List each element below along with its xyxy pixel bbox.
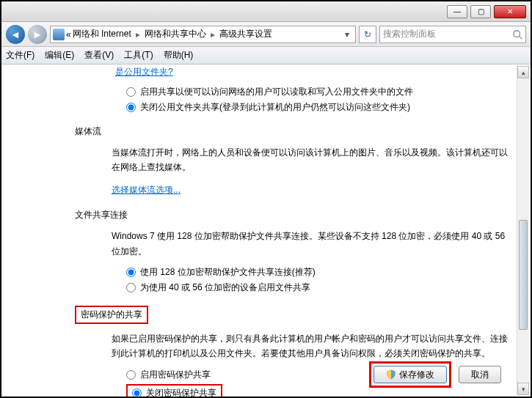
close-button[interactable]: ✕ (494, 5, 526, 18)
navigation-bar: ◄ ► « 网络和 Internet ▸ 网络和共享中心 ▸ 高级共享设置 ▾ … (1, 22, 531, 47)
chevron-right-icon[interactable]: ▸ (208, 29, 218, 40)
radio-label: 关闭密码保护共享 (146, 387, 216, 397)
radio-input[interactable] (126, 87, 136, 97)
svg-line-1 (520, 36, 522, 39)
shield-icon (386, 369, 396, 380)
menu-tools[interactable]: 工具(T) (124, 49, 153, 62)
section-password-heading: 密码保护的共享 (75, 306, 514, 324)
bc-seg-network[interactable]: 网络和 Internet (73, 28, 131, 40)
radio-input[interactable] (126, 370, 136, 380)
save-button[interactable]: 保存修改 (374, 366, 447, 383)
radio-label: 启用共享以便可以访问网络的用户可以读取和写入公用文件夹中的文件 (140, 86, 413, 98)
bc-prefix: « (66, 29, 71, 40)
highlight-annotation: 保存修改 (369, 361, 451, 388)
dialog-buttons: 保存修改 取消 (369, 361, 501, 388)
section-fileshare-heading: 文件共享连接 (75, 209, 514, 221)
radio-label: 关闭公用文件夹共享(登录到此计算机的用户仍然可以访问这些文件夹) (140, 101, 410, 114)
search-placeholder: 搜索控制面板 (383, 28, 436, 40)
button-label: 取消 (471, 369, 489, 381)
menu-edit[interactable]: 编辑(E) (45, 49, 74, 62)
minimize-button[interactable]: — (447, 5, 467, 18)
media-options-link[interactable]: 选择媒体流选项... (112, 185, 181, 195)
back-button[interactable]: ◄ (6, 25, 25, 44)
public-folder-link[interactable]: 是公用文件夹? (115, 67, 173, 77)
radio-encrypt-128[interactable]: 使用 128 位加密帮助保护文件共享连接(推荐) (126, 266, 514, 279)
menu-bar: 文件(F) 编辑(E) 查看(V) 工具(T) 帮助(H) (1, 47, 531, 65)
vertical-scrollbar[interactable]: ▴ ▾ (517, 66, 529, 395)
window-titlebar: — ▢ ✕ (1, 1, 531, 22)
search-icon (512, 29, 522, 40)
radio-public-disable[interactable]: 关闭公用文件夹共享(登录到此计算机的用户仍然可以访问这些文件夹) (126, 101, 514, 114)
media-description: 当媒体流打开时，网络上的人员和设备便可以访问该计算机上的图片、音乐以及视频。该计… (112, 145, 514, 175)
section-media-heading: 媒体流 (75, 125, 514, 138)
search-input[interactable]: 搜索控制面板 (379, 26, 526, 43)
bc-seg-sharing-center[interactable]: 网络和共享中心 (145, 28, 206, 40)
radio-input[interactable] (126, 268, 136, 277)
scroll-thumb[interactable] (519, 220, 528, 330)
radio-public-enable[interactable]: 启用共享以便可以访问网络的用户可以读取和写入公用文件夹中的文件 (126, 86, 514, 98)
forward-button[interactable]: ► (28, 25, 47, 44)
radio-label: 启用密码保护共享 (140, 369, 211, 381)
maximize-button[interactable]: ▢ (470, 5, 491, 18)
menu-file[interactable]: 文件(F) (6, 49, 34, 62)
scroll-up-button[interactable]: ▴ (517, 66, 529, 78)
breadcrumb[interactable]: « 网络和 Internet ▸ 网络和共享中心 ▸ 高级共享设置 ▾ (50, 26, 356, 43)
chevron-right-icon[interactable]: ▸ (133, 29, 143, 40)
menu-view[interactable]: 查看(V) (84, 49, 114, 62)
password-description: 如果已启用密码保护的共享，则只有具备此计算机的用户帐户和密码的用户才可以访问共享… (112, 331, 514, 361)
button-label: 保存修改 (399, 369, 434, 381)
highlight-annotation: 密码保护的共享 (75, 306, 148, 324)
fileshare-description: Windows 7 使用 128 位加密帮助保护文件共享连接。某些设备不支持 1… (112, 229, 514, 259)
scroll-down-button[interactable]: ▾ (517, 383, 529, 395)
breadcrumb-dropdown-icon[interactable]: ▾ (341, 29, 353, 40)
refresh-button[interactable]: ↻ (359, 26, 376, 43)
location-icon (53, 29, 65, 40)
bc-seg-advanced[interactable]: 高级共享设置 (219, 28, 272, 40)
radio-input[interactable] (132, 388, 142, 397)
radio-input[interactable] (126, 103, 136, 112)
radio-label: 使用 128 位加密帮助保护文件共享连接(推荐) (140, 266, 316, 279)
radio-password-disable[interactable]: 关闭密码保护共享 (132, 387, 216, 397)
radio-label: 为使用 40 或 56 位加密的设备启用文件共享 (140, 281, 310, 294)
highlight-annotation: 关闭密码保护共享 (126, 384, 222, 397)
content-pane: 是公用文件夹? 启用共享以便可以访问网络的用户可以读取和写入公用文件夹中的文件 … (1, 66, 531, 397)
radio-encrypt-40-56[interactable]: 为使用 40 或 56 位加密的设备启用文件共享 (126, 281, 514, 294)
cancel-button[interactable]: 取消 (459, 366, 501, 383)
radio-input[interactable] (126, 283, 136, 292)
svg-point-0 (514, 30, 520, 37)
menu-help[interactable]: 帮助(H) (164, 49, 194, 62)
